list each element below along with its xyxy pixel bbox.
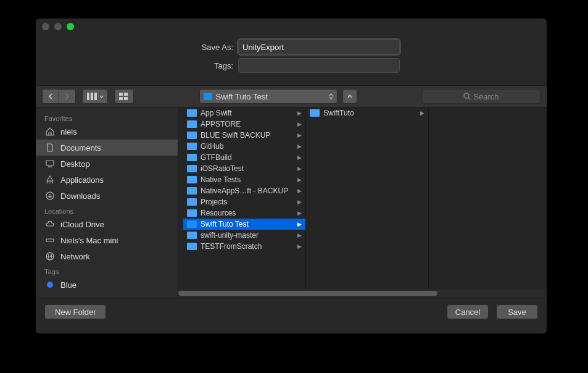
- svg-rect-9: [46, 161, 54, 166]
- path-dropdown[interactable]: Swift Tuto Test: [199, 89, 337, 104]
- sidebar-item-label: Desktop: [60, 159, 90, 169]
- sidebar-item-niels-s-mac-mini[interactable]: Niels's Mac mini: [36, 232, 178, 248]
- svg-rect-4: [124, 93, 128, 96]
- sidebar-item-label: Niels's Mac mini: [60, 236, 118, 245]
- cancel-button[interactable]: Cancel: [447, 304, 489, 319]
- hscroll-track: [178, 289, 547, 298]
- save-button[interactable]: Save: [496, 304, 538, 319]
- folder-icon: [187, 243, 197, 250]
- body: Favorites nielsDocumentsDesktopApplicati…: [36, 107, 547, 298]
- folder-icon: [187, 154, 197, 161]
- cloud-icon: [44, 219, 56, 229]
- forward-button[interactable]: [59, 89, 76, 104]
- column-1: App Swift▶APPSTORE▶BLUE Swift BACKUP▶Git…: [183, 107, 306, 298]
- folder-row[interactable]: swift-unity-master▶: [183, 230, 305, 241]
- chevron-right-icon: ▶: [297, 166, 302, 172]
- folder-label: Native Tests: [201, 175, 241, 184]
- group-icon: [119, 93, 129, 100]
- toolbar: Swift Tuto Test Search: [36, 85, 547, 107]
- sidebar-item-applications[interactable]: Applications: [36, 172, 178, 188]
- titlebar: [36, 19, 547, 35]
- chevron-left-icon: [48, 93, 53, 99]
- back-button[interactable]: [42, 89, 59, 104]
- svg-rect-5: [119, 97, 123, 100]
- svg-rect-6: [124, 97, 128, 100]
- down-icon: [44, 191, 56, 201]
- form-area: Save As: Tags:: [36, 35, 547, 85]
- column-3: [429, 107, 547, 298]
- folder-row[interactable]: Swift Tuto Test▶: [183, 219, 305, 230]
- sidebar-item-desktop[interactable]: Desktop: [36, 156, 178, 172]
- folder-row[interactable]: App Swift▶: [183, 107, 305, 119]
- svg-rect-12: [46, 239, 54, 241]
- chevron-right-icon: ▶: [297, 232, 302, 238]
- app-icon: [44, 175, 56, 185]
- sidebar-item-label: Downloads: [60, 191, 100, 201]
- save-dialog: Save As: Tags:: [36, 19, 547, 333]
- folder-label: GTFBuild: [201, 153, 232, 162]
- chevron-right-icon: ▶: [297, 199, 302, 205]
- search-icon: [463, 93, 471, 100]
- doc-icon: [44, 143, 56, 153]
- folder-label: iOSRatioTest: [201, 164, 244, 173]
- sidebar-item-niels[interactable]: niels: [36, 124, 178, 140]
- window-zoom-button[interactable]: [67, 23, 74, 30]
- tags-header: Tags: [36, 264, 178, 277]
- sidebar-item-documents[interactable]: Documents: [36, 140, 178, 156]
- folder-icon: [187, 143, 197, 150]
- chevron-right-icon: ▶: [297, 132, 302, 138]
- folder-icon: [187, 198, 197, 206]
- svg-rect-3: [119, 93, 123, 96]
- folder-row[interactable]: Projects▶: [183, 196, 305, 207]
- mini-icon: [44, 235, 56, 245]
- window-close-button[interactable]: [42, 23, 49, 30]
- folder-row[interactable]: Resources▶: [183, 207, 305, 219]
- svg-rect-0: [87, 93, 89, 100]
- folder-row[interactable]: iOSRatioTest▶: [183, 163, 305, 174]
- sidebar-item-downloads[interactable]: Downloads: [36, 188, 178, 204]
- save-as-input[interactable]: [238, 40, 400, 54]
- folder-row[interactable]: SwiftTuto▶: [306, 107, 428, 119]
- folder-row[interactable]: TESTFromScratch▶: [183, 241, 305, 252]
- save-as-label: Save As:: [36, 43, 238, 52]
- group-button[interactable]: [114, 89, 134, 104]
- folder-icon: [187, 220, 197, 228]
- folder-icon: [187, 176, 197, 183]
- folder-icon: [187, 232, 197, 239]
- chevron-right-icon: ▶: [420, 110, 424, 116]
- tags-input[interactable]: [238, 58, 400, 73]
- folder-label: SwiftTuto: [323, 109, 354, 117]
- sidebar-item-icloud-drive[interactable]: iCloud Drive: [36, 216, 178, 232]
- new-folder-button[interactable]: New Folder: [44, 304, 106, 319]
- sidebar-item-blue[interactable]: Blue: [36, 277, 178, 293]
- tag-dot-icon: [47, 282, 53, 288]
- folder-row[interactable]: Native Tests▶: [183, 174, 305, 185]
- svg-rect-2: [94, 93, 97, 100]
- folder-label: GitHub: [201, 142, 223, 151]
- chevron-right-icon: ▶: [297, 243, 302, 249]
- folder-row[interactable]: GTFBuild▶: [183, 152, 305, 163]
- folder-row[interactable]: BLUE Swift BACKUP▶: [183, 130, 305, 141]
- sidebar: Favorites nielsDocumentsDesktopApplicati…: [36, 107, 178, 298]
- folder-label: TESTFromScratch: [201, 242, 262, 251]
- view-mode-button[interactable]: [82, 89, 108, 104]
- horizontal-scrollbar[interactable]: [178, 291, 437, 296]
- folder-row[interactable]: GitHub▶: [183, 141, 305, 152]
- sidebar-item-label: iCloud Drive: [60, 220, 104, 229]
- sidebar-item-network[interactable]: Network: [36, 248, 178, 264]
- folder-label: Swift Tuto Test: [201, 220, 249, 228]
- chevron-right-icon: ▶: [297, 110, 302, 116]
- collapse-button[interactable]: [342, 89, 357, 104]
- folder-icon: [187, 109, 197, 117]
- search-field[interactable]: Search: [422, 89, 540, 104]
- folder-icon: [187, 165, 197, 172]
- folder-label: APPSTORE: [201, 120, 241, 128]
- nav-group: [42, 89, 76, 104]
- column-browser: App Swift▶APPSTORE▶BLUE Swift BACKUP▶Git…: [178, 107, 547, 298]
- columns-icon: [87, 93, 97, 100]
- folder-row[interactable]: NativeAppS…ft - BACKUP▶: [183, 185, 305, 196]
- folder-label: Projects: [201, 198, 227, 206]
- folder-row[interactable]: APPSTORE▶: [183, 119, 305, 130]
- window-minimize-button[interactable]: [54, 23, 62, 30]
- footer: New Folder Cancel Save: [36, 298, 547, 325]
